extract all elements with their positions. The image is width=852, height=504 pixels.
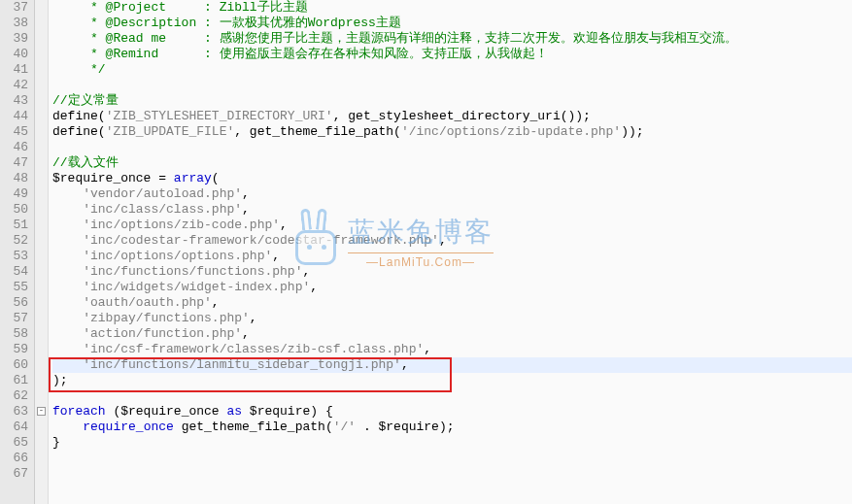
line-number: 44 bbox=[0, 109, 28, 124]
line-number: 62 bbox=[0, 388, 28, 404]
code-line[interactable]: 'inc/widgets/widget-index.php', bbox=[52, 280, 852, 295]
fold-marker bbox=[35, 218, 48, 233]
code-line[interactable]: 'inc/options/zib-code.php', bbox=[52, 218, 852, 233]
line-number: 39 bbox=[0, 31, 28, 47]
line-number: 65 bbox=[0, 435, 28, 451]
code-line[interactable]: ); bbox=[52, 373, 852, 388]
fold-marker bbox=[35, 342, 48, 357]
line-number: 42 bbox=[0, 78, 28, 93]
line-number: 67 bbox=[0, 466, 28, 482]
code-line[interactable]: define('ZIB_UPDATE_FILE', get_theme_file… bbox=[52, 124, 852, 140]
code-line[interactable] bbox=[52, 388, 852, 404]
code-line[interactable] bbox=[52, 78, 852, 93]
fold-column: - bbox=[35, 0, 49, 504]
fold-marker bbox=[35, 326, 48, 342]
code-line[interactable]: * @Project : Zibll子比主题 bbox=[52, 0, 852, 16]
fold-marker bbox=[35, 373, 48, 388]
code-line[interactable]: $require_once = array( bbox=[52, 171, 852, 186]
line-number: 48 bbox=[0, 171, 28, 186]
line-number: 50 bbox=[0, 202, 28, 218]
code-line[interactable]: } bbox=[52, 435, 852, 451]
fold-marker bbox=[35, 264, 48, 280]
fold-marker bbox=[35, 233, 48, 249]
line-number: 63 bbox=[0, 404, 28, 420]
line-number: 61 bbox=[0, 373, 28, 388]
code-line[interactable]: * @Read me : 感谢您使用子比主题，主题源码有详细的注释，支持二次开发… bbox=[52, 31, 852, 47]
fold-marker bbox=[35, 420, 48, 435]
code-line[interactable]: 'inc/class/class.php', bbox=[52, 202, 852, 218]
fold-marker bbox=[35, 0, 48, 16]
fold-marker bbox=[35, 47, 48, 62]
code-line[interactable]: define('ZIB_STYLESHEET_DIRECTORY_URI', g… bbox=[52, 109, 852, 124]
line-number: 40 bbox=[0, 47, 28, 62]
line-number: 45 bbox=[0, 124, 28, 140]
line-number: 60 bbox=[0, 357, 28, 373]
fold-marker bbox=[35, 466, 48, 482]
line-number: 54 bbox=[0, 264, 28, 280]
line-number: 55 bbox=[0, 280, 28, 295]
fold-marker bbox=[35, 451, 48, 466]
fold-marker bbox=[35, 155, 48, 171]
fold-marker[interactable]: - bbox=[35, 404, 48, 420]
line-number: 57 bbox=[0, 311, 28, 326]
code-line[interactable] bbox=[52, 140, 852, 155]
code-line[interactable]: 'inc/csf-framework/classes/zib-csf.class… bbox=[52, 342, 852, 357]
line-number: 46 bbox=[0, 140, 28, 155]
code-line[interactable]: 'inc/functions/lanmitu_sidebar_tongji.ph… bbox=[52, 357, 852, 373]
fold-marker bbox=[35, 16, 48, 31]
code-line[interactable]: 'inc/options/options.php', bbox=[52, 249, 852, 264]
line-number: 56 bbox=[0, 295, 28, 311]
line-number: 38 bbox=[0, 16, 28, 31]
code-line[interactable] bbox=[52, 466, 852, 482]
code-line[interactable]: */ bbox=[52, 62, 852, 78]
fold-marker bbox=[35, 31, 48, 47]
fold-marker bbox=[35, 357, 48, 373]
fold-marker bbox=[35, 140, 48, 155]
fold-marker bbox=[35, 311, 48, 326]
line-number: 52 bbox=[0, 233, 28, 249]
fold-marker bbox=[35, 388, 48, 404]
code-line[interactable]: require_once get_theme_file_path('/' . $… bbox=[52, 420, 852, 435]
fold-marker bbox=[35, 62, 48, 78]
fold-marker bbox=[35, 280, 48, 295]
code-line[interactable]: //定义常量 bbox=[52, 93, 852, 109]
line-number: 37 bbox=[0, 0, 28, 16]
fold-marker bbox=[35, 78, 48, 93]
code-editor[interactable]: 3738394041424344454647484950515253545556… bbox=[0, 0, 852, 504]
fold-marker bbox=[35, 109, 48, 124]
code-line[interactable] bbox=[52, 451, 852, 466]
fold-marker bbox=[35, 435, 48, 451]
fold-marker bbox=[35, 93, 48, 109]
line-number: 58 bbox=[0, 326, 28, 342]
code-line[interactable]: 'oauth/oauth.php', bbox=[52, 295, 852, 311]
line-number: 49 bbox=[0, 186, 28, 202]
line-number: 43 bbox=[0, 93, 28, 109]
code-line[interactable]: 'action/function.php', bbox=[52, 326, 852, 342]
line-number: 51 bbox=[0, 218, 28, 233]
fold-marker bbox=[35, 249, 48, 264]
code-line[interactable]: 'zibpay/functions.php', bbox=[52, 311, 852, 326]
line-number: 47 bbox=[0, 155, 28, 171]
code-line[interactable]: 'vendor/autoload.php', bbox=[52, 186, 852, 202]
fold-marker bbox=[35, 186, 48, 202]
fold-marker bbox=[35, 171, 48, 186]
code-line[interactable]: //载入文件 bbox=[52, 155, 852, 171]
line-number: 59 bbox=[0, 342, 28, 357]
code-line[interactable]: foreach ($require_once as $require) { bbox=[52, 404, 852, 420]
code-area[interactable]: * @Project : Zibll子比主题 * @Description : … bbox=[49, 0, 852, 504]
fold-marker bbox=[35, 202, 48, 218]
line-number: 41 bbox=[0, 62, 28, 78]
code-line[interactable]: * @Description : 一款极其优雅的Wordpress主题 bbox=[52, 16, 852, 31]
code-line[interactable]: 'inc/codestar-framework/codestar-framewo… bbox=[52, 233, 852, 249]
line-number: 64 bbox=[0, 420, 28, 435]
line-number: 53 bbox=[0, 249, 28, 264]
code-line[interactable]: * @Remind : 使用盗版主题会存在各种未知风险。支持正版，从我做起！ bbox=[52, 47, 852, 62]
fold-marker bbox=[35, 295, 48, 311]
fold-marker bbox=[35, 124, 48, 140]
line-number: 66 bbox=[0, 451, 28, 466]
code-line[interactable]: 'inc/functions/functions.php', bbox=[52, 264, 852, 280]
line-number-gutter: 3738394041424344454647484950515253545556… bbox=[0, 0, 35, 504]
